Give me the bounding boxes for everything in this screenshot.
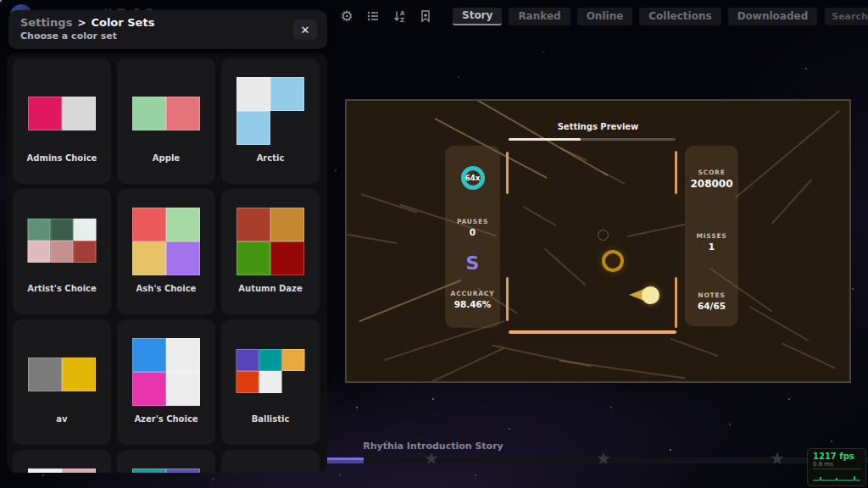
- color-set-card[interactable]: Ballistic: [221, 319, 320, 445]
- tab-story[interactable]: Story: [453, 8, 502, 25]
- color-set-card[interactable]: Azer's Choice: [117, 319, 215, 445]
- breadcrumb: Settings > Color Sets: [20, 16, 315, 29]
- color-swatch-grid: [236, 349, 305, 393]
- svg-text:Z: Z: [400, 17, 404, 24]
- notes-label: NOTES: [685, 291, 738, 299]
- score-value: 208000: [685, 178, 738, 190]
- tab-ranked[interactable]: Ranked: [509, 8, 570, 25]
- search-input[interactable]: [825, 8, 868, 25]
- color-swatch-grid: [28, 469, 96, 473]
- tab-online[interactable]: Online: [577, 8, 633, 25]
- color-swatch: [132, 241, 166, 275]
- settings-gear-icon[interactable]: ⚙: [337, 7, 356, 25]
- color-swatch: [236, 371, 259, 393]
- color-swatch: [28, 241, 51, 263]
- color-swatch: [236, 77, 270, 111]
- panel-subtitle: Choose a color set: [20, 30, 315, 42]
- preview-progress-fill: [509, 138, 581, 141]
- color-set-card[interactable]: [117, 450, 215, 473]
- color-set-card[interactable]: Admins Choice: [13, 58, 111, 184]
- color-swatch: [259, 349, 282, 371]
- speed-streak: [426, 347, 504, 383]
- color-set-name: av: [13, 414, 111, 424]
- color-swatch-grid: [236, 208, 304, 275]
- speed-streak: [492, 345, 592, 368]
- color-set-card[interactable]: Artist's Choice: [13, 189, 111, 314]
- breadcrumb-settings[interactable]: Settings: [20, 16, 72, 29]
- sort-az-icon[interactable]: A Z: [390, 7, 409, 25]
- settings-panel-header: Settings > Color Sets Choose a color set…: [8, 10, 327, 49]
- color-swatch: [132, 338, 166, 372]
- pauses-label: PAUSES: [445, 218, 500, 225]
- breadcrumb-color-sets: Color Sets: [91, 16, 154, 29]
- note-ball: [642, 286, 659, 304]
- speed-streak: [782, 342, 836, 369]
- speed-streak: [523, 206, 557, 226]
- color-swatch-grid: [132, 208, 200, 275]
- grade-letter: S: [445, 252, 500, 274]
- map-list-icon[interactable]: [364, 7, 382, 25]
- color-set-name: Arctic: [221, 153, 320, 163]
- speed-streak: [771, 179, 812, 224]
- stats-panel-right: SCORE 208000 MISSES 1 NOTES 64/65: [685, 146, 738, 326]
- color-swatch: [62, 469, 96, 473]
- color-set-name: Admins Choice: [13, 153, 111, 163]
- accuracy-label: ACCURACY: [445, 290, 500, 297]
- color-swatch: [166, 241, 200, 275]
- tab-collections[interactable]: Collections: [639, 8, 721, 25]
- color-swatch: [51, 241, 74, 263]
- color-swatch-grid: [132, 469, 200, 473]
- pauses-value: 0: [445, 227, 500, 237]
- color-swatch-grid: [236, 77, 304, 145]
- tab-downloaded[interactable]: Downloaded: [728, 8, 818, 25]
- color-set-card[interactable]: Arctic: [221, 58, 320, 184]
- color-set-card[interactable]: Autumn Daze: [221, 189, 320, 314]
- color-swatch-grid: [28, 358, 96, 391]
- color-set-name: Ballistic: [221, 414, 320, 424]
- color-swatch: [132, 469, 166, 473]
- map-node-star-icon[interactable]: ★: [424, 450, 439, 467]
- color-swatch: [28, 469, 62, 473]
- speed-streak: [347, 234, 397, 244]
- fading-note-ring: [598, 230, 609, 241]
- speed-streak: [544, 248, 587, 286]
- close-button[interactable]: ✕: [293, 19, 317, 40]
- color-set-card[interactable]: Apple: [117, 58, 215, 184]
- color-set-card[interactable]: [13, 450, 111, 473]
- speed-streak: [627, 224, 686, 238]
- color-swatch: [270, 241, 304, 275]
- lane-bar-bottom: [509, 330, 676, 334]
- color-swatch: [236, 111, 270, 145]
- color-swatch: [51, 219, 74, 241]
- breadcrumb-separator: >: [77, 17, 86, 29]
- notes-value: 64/65: [685, 301, 738, 311]
- preview-progress-bar: [509, 138, 676, 141]
- color-swatch-grid: [28, 97, 96, 130]
- color-swatch: [74, 241, 97, 263]
- map-node-star-icon[interactable]: ★: [770, 450, 785, 467]
- color-set-card[interactable]: av: [13, 319, 111, 445]
- speed-streak: [360, 193, 417, 214]
- color-set-card[interactable]: [221, 450, 320, 473]
- close-icon: ✕: [301, 24, 310, 36]
- cursor-ring: [602, 250, 624, 272]
- combo-ring: 64x: [461, 166, 485, 190]
- color-set-card[interactable]: Ash's Choice: [117, 189, 215, 314]
- color-swatch: [259, 371, 282, 393]
- color-swatch: [132, 372, 166, 406]
- color-swatch: [236, 208, 270, 241]
- bookmark-add-icon[interactable]: [416, 7, 435, 25]
- color-swatch: [166, 97, 200, 130]
- color-set-name: Apple: [117, 153, 215, 163]
- color-swatch: [74, 219, 97, 241]
- color-swatch: [166, 208, 200, 241]
- color-swatch-grid: [132, 97, 200, 130]
- map-node-star-icon[interactable]: ★: [596, 450, 611, 467]
- color-swatch: [28, 97, 62, 130]
- nav-tabs: StoryRankedOnlineCollectionsDownloaded: [453, 8, 817, 25]
- color-set-panel: Admins ChoiceAppleArcticArtist's ChoiceA…: [7, 53, 327, 473]
- preview-title: Settings Preview: [347, 122, 849, 131]
- fps-counter: 1217 fps 0.8 ms: [807, 448, 866, 486]
- color-set-name: Ash's Choice: [117, 284, 215, 293]
- color-swatch: [62, 358, 96, 391]
